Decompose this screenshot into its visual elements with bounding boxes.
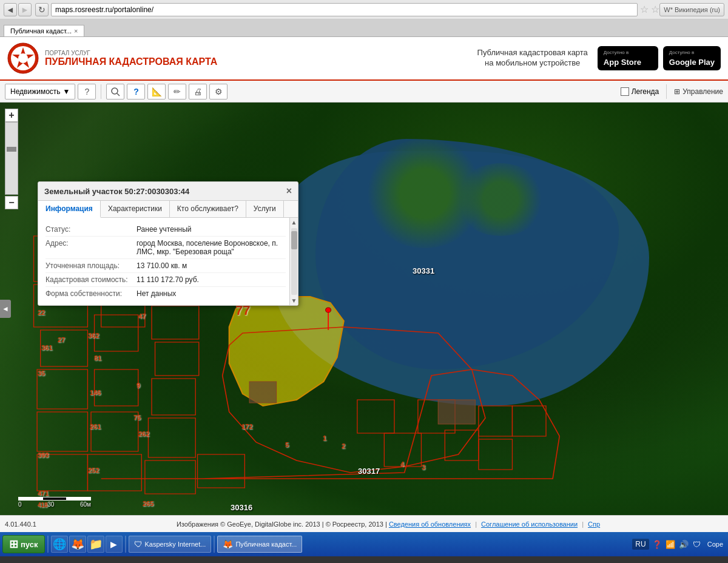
scale-seg3 [67,497,91,501]
start-button[interactable]: ⊞ пуск [2,535,45,553]
map-container[interactable]: 22 27 35 81 301 361 362 146 9 261 262 75… [0,103,728,515]
popup-scrollbar: ▲ ▼ [289,218,298,305]
popup-row-ownership: Форма собственности: Нет данных [46,287,286,300]
wikipedia-button[interactable]: W* Википедия (ru) [659,3,724,16]
appstore-prefix: Доступно в [604,50,629,55]
star2-icon[interactable]: ☆ [651,4,659,15]
start-label: пуск [21,540,38,549]
zoom-controls: + − [5,109,18,209]
measure-button[interactable]: 📐 [147,84,166,99]
zoom-out-button[interactable]: − [5,196,18,209]
help-button[interactable]: ? [78,84,96,99]
taskbar-sep2 [125,536,126,553]
browser-chrome: ◄ ► ↻ ☆ ☆ W* Википедия (ru) Публичная ка… [0,0,728,37]
value-address: город Москва, поселение Вороновское, п. … [136,239,286,256]
popup-tab-services[interactable]: Услуги [246,201,284,217]
print-button[interactable]: 🖨 [189,84,207,99]
kaspersky-taskbar-app[interactable]: 🛡 Kaspersky Internet... [129,536,212,553]
nav-buttons: ◄ ► [4,3,32,16]
manage-button[interactable]: ⊞ Управление [674,87,723,96]
popup-tab-characteristics[interactable]: Характеристики [101,201,170,217]
question-tray-icon[interactable]: ❓ [652,539,662,550]
scale-right: 60м [80,501,91,508]
arrow-icon[interactable]: ▶ [106,536,123,553]
scale-labels: 0 30 60м [18,501,91,508]
back-button[interactable]: ◄ [4,3,17,16]
updates-link[interactable]: Сведения об обновлениях [389,521,471,528]
agreement-link[interactable]: Соглашение об использовании [481,521,578,528]
label-35: 35 [38,369,45,377]
scroll-down-button[interactable]: ▼ [290,296,298,305]
bookmark-star-icon[interactable]: ☆ [640,4,649,15]
tab-close-icon[interactable]: × [74,27,78,35]
popup-row-status: Статус: Ранее учтенный [46,223,286,237]
separator2 [666,84,667,99]
legend-toggle[interactable]: Легенда [621,87,659,96]
taskbar-sep1 [47,536,49,553]
sound-tray-icon[interactable]: 🔊 [678,539,689,550]
property-type-dropdown[interactable]: Недвижимость ▼ [5,84,75,99]
label-4: 4 [400,460,404,468]
popup-content: Статус: Ранее учтенный Адрес: город Моск… [38,218,298,305]
browser-taskbar-app[interactable]: 🦊 Публичная кадаст... [217,536,302,553]
browser-tabs: Публичная кадаст... × [0,19,728,36]
label-30331: 30331 [413,266,434,275]
status-bar: 4.01.440.1 Изображения © GeoEye, Digital… [0,515,728,532]
scroll-thumb [291,231,297,249]
label-393: 393 [38,451,49,459]
network-tray-icon[interactable]: 📶 [665,539,676,550]
googleplay-label: Google Play [669,58,715,67]
popup-row-address: Адрес: город Москва, поселение Вороновск… [46,237,286,259]
draw-button[interactable]: ✏ [168,84,186,99]
system-tray: ❓ 📶 🔊 🛡 [652,539,703,550]
popup-row-area: Уточненная площадь: 13 710.00 кв. м [46,259,286,273]
kaspersky-label: Kaspersky Internet... [145,541,206,548]
scroll-track[interactable] [291,228,297,295]
settings-button[interactable]: ⚙ [209,84,228,99]
label-252: 252 [88,467,99,474]
forward-button[interactable]: ► [18,3,32,16]
firefox-icon[interactable]: 🦊 [69,536,86,553]
label-area: Уточненная площадь: [46,261,136,270]
zoom-in-button[interactable]: + [5,109,18,122]
label-2: 2 [342,442,345,450]
app-store-area: Доступно в App Store Доступно в Google P… [598,46,721,70]
header-text: Портал услуг Публичная кадастровая карта [45,50,217,67]
scroll-up-button[interactable]: ▲ [290,218,298,227]
label-172: 172 [241,423,252,430]
info-popup: Земельный участок 50:27:0030303:44 × Инф… [38,181,298,306]
security-tray-icon[interactable]: 🛡 [692,539,703,550]
clock: Cope [705,541,726,548]
search-button[interactable] [106,84,124,99]
folder-icon[interactable]: 📁 [87,536,104,553]
help-link[interactable]: Спр [588,521,600,528]
ie-icon[interactable]: 🌐 [51,536,68,553]
zoom-slider[interactable] [5,122,18,195]
appstore-button[interactable]: Доступно в App Store [598,46,658,70]
googleplay-prefix: Доступно в [669,50,694,55]
popup-tab-info[interactable]: Информация [38,201,101,218]
status-sep2: | [582,521,585,528]
scale-top [18,497,91,501]
popup-tabs: Информация Характеристики Кто обслуживае… [38,201,298,218]
dropdown-chevron-icon: ▼ [63,87,70,96]
address-bar[interactable] [51,3,638,16]
info-button[interactable]: ? [127,84,145,99]
popup-header: Земельный участок 50:27:0030303:44 × [38,182,298,201]
logo-icon [7,42,39,74]
scale-seg1 [18,497,42,501]
googleplay-button[interactable]: Доступно в Google Play [663,46,721,70]
refresh-button[interactable]: ↻ [35,3,49,16]
side-panel-toggle[interactable]: ◄ [0,300,11,318]
scale-left: 0 [18,501,22,508]
active-tab[interactable]: Публичная кадаст... × [4,25,84,36]
separator1 [101,84,101,99]
label-27: 27 [58,336,65,343]
popup-close-button[interactable]: × [286,186,292,197]
label-1: 1 [323,434,326,442]
popup-tab-service[interactable]: Кто обслуживает? [170,201,246,217]
toolbar-right: Легенда ⊞ Управление [621,84,723,99]
windows-logo-icon: ⊞ [9,538,18,551]
language-button[interactable]: RU [632,539,649,550]
header-title: Публичная кадастровая карта [45,56,217,67]
